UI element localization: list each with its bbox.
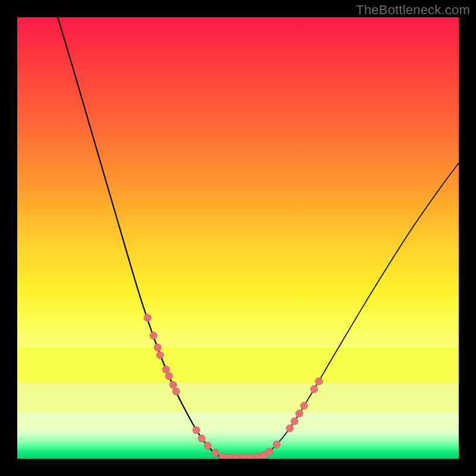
band <box>17 383 459 412</box>
chart-plot-area <box>17 17 459 459</box>
band <box>17 456 459 459</box>
watermark-text: TheBottleneck.com <box>356 2 470 18</box>
data-dot <box>150 332 157 339</box>
data-dot <box>144 314 151 321</box>
band <box>17 412 459 431</box>
band <box>17 347 459 383</box>
